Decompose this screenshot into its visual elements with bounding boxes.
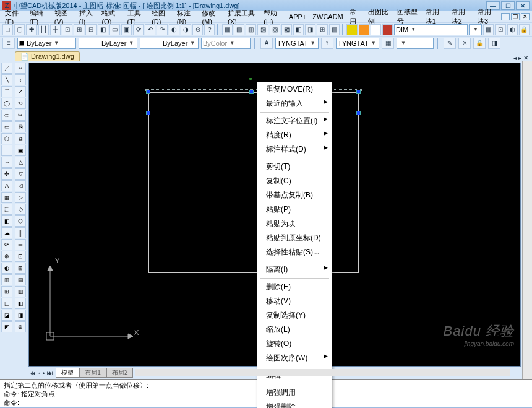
tool-button[interactable]: ◨ bbox=[15, 310, 26, 321]
menu-view[interactable]: 视图(V) bbox=[52, 9, 75, 25]
tool-button[interactable]: ◯ bbox=[1, 98, 12, 109]
tool-button[interactable]: ↕ bbox=[15, 74, 26, 85]
tool-button[interactable]: ⬡ bbox=[15, 215, 26, 227]
tool-button[interactable]: ⬡ bbox=[1, 133, 12, 144]
doc-close-button[interactable]: ✕ bbox=[521, 13, 530, 20]
color-swatch-icon[interactable] bbox=[371, 24, 381, 35]
context-menu-item[interactable]: 删除(E) bbox=[257, 280, 332, 294]
doc-restore-button[interactable]: ❐ bbox=[511, 13, 520, 20]
tool-button[interactable]: ✂ bbox=[15, 110, 26, 121]
toolbar-button[interactable]: ⊙ bbox=[192, 24, 203, 35]
toolbar-button[interactable]: ⊞ bbox=[74, 24, 84, 35]
grip[interactable] bbox=[146, 111, 150, 115]
tool-button[interactable]: ⌒ bbox=[1, 86, 12, 97]
layer-on-icon[interactable]: ☀ bbox=[458, 38, 471, 49]
tool-button[interactable]: ◩ bbox=[1, 321, 12, 332]
dim-combo[interactable]: DIM▼ bbox=[394, 24, 468, 35]
tool-button[interactable]: ▥ bbox=[1, 274, 12, 285]
menu-blk1[interactable]: 常用块1 bbox=[423, 7, 448, 26]
table-combo[interactable]: ▼ bbox=[397, 38, 434, 49]
tool-button[interactable]: ▥ bbox=[15, 286, 26, 297]
tool-button[interactable]: ◧ bbox=[1, 215, 12, 227]
toolbar-button[interactable]: ◑ bbox=[181, 24, 191, 35]
context-menu-item[interactable]: 移动(V) bbox=[257, 294, 332, 308]
tool-button[interactable]: ◐ bbox=[1, 263, 12, 274]
color-combo[interactable]: ByLayer▼ bbox=[17, 38, 76, 49]
menu-help[interactable]: 帮助(H) bbox=[261, 9, 285, 25]
dimstyle-icon[interactable]: ⟟ bbox=[321, 38, 333, 49]
toolbar-button[interactable]: ▤ bbox=[234, 24, 244, 35]
toolbar-button[interactable]: □ bbox=[2, 24, 13, 35]
tool-button[interactable]: ◁ bbox=[15, 180, 26, 191]
toolbar-button[interactable]: ▭ bbox=[109, 24, 120, 35]
menu-paper[interactable]: 图纸型号 bbox=[395, 7, 422, 26]
tool-button[interactable]: ⟳ bbox=[1, 239, 12, 250]
aux-combo[interactable]: ▼ bbox=[469, 24, 482, 35]
menu-common[interactable]: 常 用 bbox=[347, 7, 365, 26]
hscrollbar[interactable] bbox=[135, 369, 510, 376]
lineweight-combo[interactable]: ByLayer▼ bbox=[140, 38, 199, 49]
toolbar-button[interactable]: ⊞ bbox=[317, 24, 327, 35]
menu-zwcadm[interactable]: ZWCADM bbox=[310, 13, 346, 20]
grip[interactable] bbox=[356, 111, 361, 115]
toolbar-button[interactable]: ▣ bbox=[121, 24, 132, 35]
toolbar-button[interactable]: ↶ bbox=[145, 24, 155, 35]
tool-button[interactable]: A bbox=[1, 180, 12, 191]
toolbar-button[interactable]: ◨ bbox=[305, 24, 315, 35]
context-menu-item[interactable]: 最近的输入▶ bbox=[257, 97, 332, 111]
menu-edit[interactable]: 编辑(E) bbox=[27, 9, 51, 25]
toolbar-button[interactable]: ✚ bbox=[26, 24, 36, 35]
toolbar-button[interactable]: ⊡ bbox=[62, 24, 72, 35]
toolbar-button[interactable]: ▩ bbox=[281, 24, 292, 35]
toolbar-button[interactable]: ▦ bbox=[222, 24, 233, 35]
toolbar-button[interactable]: ？ bbox=[204, 24, 215, 35]
tool-button[interactable]: ▭ bbox=[1, 121, 12, 132]
context-menu-item[interactable]: 标注文字位置(I)▶ bbox=[257, 114, 332, 128]
tool-button[interactable]: ◪ bbox=[1, 310, 12, 321]
toolbar-button[interactable]: ┃┃ bbox=[38, 24, 49, 35]
dimstyle-combo[interactable]: TYNGTAT▼ bbox=[336, 38, 379, 49]
tool-button[interactable]: ▷ bbox=[15, 192, 26, 203]
textstyle-combo[interactable]: TYNGTAT▼ bbox=[275, 38, 319, 49]
menu-insert[interactable]: 插入(I) bbox=[77, 9, 98, 25]
document-tab[interactable]: 📄 Drawing1.dwg bbox=[15, 51, 80, 61]
toolbar-button[interactable]: ◐ bbox=[507, 24, 518, 35]
context-menu-item[interactable]: 粘贴到原坐标(D) bbox=[257, 231, 332, 245]
tool-button[interactable]: ║ bbox=[15, 227, 26, 238]
tool-button[interactable]: ⊞ bbox=[15, 263, 26, 274]
tool-button[interactable]: ⊕ bbox=[15, 321, 26, 332]
context-menu-item[interactable]: 缩放(L) bbox=[257, 323, 332, 337]
toolbar-button[interactable]: ⟳ bbox=[133, 24, 144, 35]
toolbar-button[interactable]: ◐ bbox=[169, 24, 179, 35]
tool-button[interactable]: ⊞ bbox=[1, 286, 12, 297]
menu-plot[interactable]: 出图比例 bbox=[366, 7, 393, 26]
tool-button[interactable]: ↔ bbox=[15, 63, 26, 74]
menu-format[interactable]: 格式(O) bbox=[99, 9, 123, 25]
tool-button[interactable]: ／ bbox=[1, 63, 12, 74]
tool-button[interactable]: ═ bbox=[15, 239, 26, 250]
layer-props-icon[interactable]: ✎ bbox=[444, 38, 456, 49]
toolbar-button[interactable]: ⊟ bbox=[85, 24, 96, 35]
context-menu-item[interactable]: 复制选择(Y) bbox=[257, 308, 332, 323]
drawing-canvas[interactable]: ▫ X Y Baidu 经验 jingyan.baidu.com 重复MOVE(… bbox=[28, 63, 521, 367]
tool-button[interactable]: ▣ bbox=[15, 145, 26, 156]
tool-button[interactable]: ╲ bbox=[1, 74, 12, 85]
toolbar-button[interactable]: ↷ bbox=[157, 24, 167, 35]
tool-button[interactable]: ☁ bbox=[1, 227, 12, 238]
grip[interactable] bbox=[356, 90, 361, 94]
menu-tools[interactable]: 工具(T) bbox=[125, 9, 148, 25]
toolbar-button[interactable]: ▥ bbox=[246, 24, 256, 35]
tool-button[interactable]: ～ bbox=[1, 157, 12, 168]
tool-button[interactable]: ⬭ bbox=[1, 110, 12, 121]
tool-button[interactable]: ⧉ bbox=[15, 133, 26, 144]
plotstyle-combo[interactable]: ByColor▼ bbox=[201, 38, 251, 49]
color-swatch-icon[interactable] bbox=[359, 24, 369, 35]
table-icon[interactable]: ▦ bbox=[382, 38, 394, 49]
tab-layout1[interactable]: 布局1 bbox=[79, 368, 106, 378]
context-menu-item[interactable]: 剪切(T) bbox=[257, 160, 332, 174]
close-button[interactable]: ✕ bbox=[516, 1, 530, 10]
toolbar-button[interactable]: ◧ bbox=[98, 24, 108, 35]
linetype-combo[interactable]: ByLayer▼ bbox=[79, 38, 137, 49]
context-menu-item[interactable]: 精度(R)▶ bbox=[257, 128, 332, 142]
toolbar-button[interactable]: ┼ bbox=[50, 24, 61, 35]
